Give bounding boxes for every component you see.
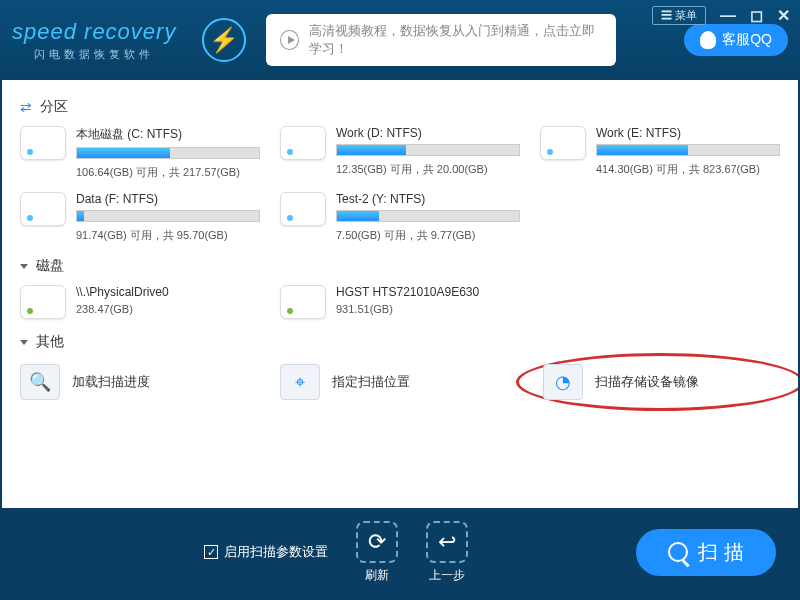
close-button[interactable]: ✕ [777,6,790,25]
drive-icon [280,126,326,160]
scan-button[interactable]: 扫 描 [636,529,776,576]
partition-item[interactable]: Test-2 (Y: NTFS) 7.50(GB) 可用，共 9.77(GB) [280,192,520,243]
disk-size: 931.51(GB) [336,303,520,315]
drive-name: Work (D: NTFS) [336,126,520,140]
drive-stats: 12.35(GB) 可用，共 20.00(GB) [336,162,520,177]
specify-scan-location[interactable]: ⌖ 指定扫描位置 [280,361,520,403]
drive-stats: 91.74(GB) 可用，共 95.70(GB) [76,228,260,243]
partition-item[interactable]: Work (D: NTFS) 12.35(GB) 可用，共 20.00(GB) [280,126,520,180]
section-label: 其他 [36,333,64,351]
partition-grid: 本地磁盘 (C: NTFS) 106.64(GB) 可用，共 217.57(GB… [20,126,780,243]
drive-name: Data (F: NTFS) [76,192,260,206]
partition-item[interactable]: Work (E: NTFS) 414.30(GB) 可用，共 823.67(GB… [540,126,780,180]
caret-icon [20,264,28,269]
usage-bar [76,210,260,222]
section-other: 其他 [20,333,780,351]
drive-icon [20,126,66,160]
checkbox-icon: ✓ [204,545,218,559]
disk-icon [20,285,66,319]
logo-subtitle: 闪电数据恢复软件 [12,47,176,62]
back-button[interactable]: ↩ 上一步 [426,521,468,584]
other-grid: 🔍 加载扫描进度 ⌖ 指定扫描位置 ◔ 扫描存储设备镜像 [20,361,780,403]
arrow-icon: ⇄ [20,99,32,115]
search-icon [668,542,688,562]
banner-text: 高清视频教程，数据恢复从入门到精通，点击立即学习！ [309,22,603,58]
usage-bar [76,147,260,159]
back-icon: ↩ [426,521,468,563]
drive-icon [20,192,66,226]
app-logo: speed recovery 闪电数据恢复软件 [12,19,176,62]
bolt-icon: ⚡ [202,18,246,62]
disk-grid: \\.\PhysicalDrive0 238.47(GB) HGST HTS72… [20,285,780,319]
section-label: 磁盘 [36,257,64,275]
partition-item[interactable]: 本地磁盘 (C: NTFS) 106.64(GB) 可用，共 217.57(GB… [20,126,260,180]
disk-item[interactable]: HGST HTS721010A9E630 931.51(GB) [280,285,520,319]
drive-icon [280,192,326,226]
customer-service-button[interactable]: 客服QQ [684,24,788,56]
drive-icon [540,126,586,160]
minimize-button[interactable]: — [720,7,736,25]
disk-item[interactable]: \\.\PhysicalDrive0 238.47(GB) [20,285,260,319]
tutorial-banner[interactable]: 高清视频教程，数据恢复从入门到精通，点击立即学习！ [266,14,616,66]
caret-icon [20,340,28,345]
partition-item[interactable]: Data (F: NTFS) 91.74(GB) 可用，共 95.70(GB) [20,192,260,243]
menu-button[interactable]: ☰ 菜单 [652,6,706,25]
drive-stats: 106.64(GB) 可用，共 217.57(GB) [76,165,260,180]
qq-icon [700,31,716,49]
drive-name: Test-2 (Y: NTFS) [336,192,520,206]
disk-icon [280,285,326,319]
usage-bar [336,144,520,156]
refresh-icon: ⟳ [356,521,398,563]
scan-device-image[interactable]: ◔ 扫描存储设备镜像 [516,353,798,411]
disk-name: HGST HTS721010A9E630 [336,285,520,299]
target-icon: ⌖ [280,364,320,400]
enable-scan-params[interactable]: ✓ 启用扫描参数设置 [204,543,328,561]
logo-text: speed recovery [12,19,176,45]
disk-size: 238.47(GB) [76,303,260,315]
main-panel: ⇄ 分区 本地磁盘 (C: NTFS) 106.64(GB) 可用，共 217.… [2,80,798,508]
drive-stats: 414.30(GB) 可用，共 823.67(GB) [596,162,780,177]
usage-bar [336,210,520,222]
window-controls: ☰ 菜单 — ◻ ✕ [652,6,790,25]
title-bar: ☰ 菜单 — ◻ ✕ speed recovery 闪电数据恢复软件 ⚡ 高清视… [0,0,800,80]
image-file-icon: ◔ [543,364,583,400]
magnifier-icon: 🔍 [20,364,60,400]
refresh-button[interactable]: ⟳ 刷新 [356,521,398,584]
footer-bar: ✓ 启用扫描参数设置 ⟳ 刷新 ↩ 上一步 扫 描 [0,508,800,596]
section-label: 分区 [40,98,68,116]
drive-name: 本地磁盘 (C: NTFS) [76,126,260,143]
section-partition: ⇄ 分区 [20,98,780,116]
load-scan-progress[interactable]: 🔍 加载扫描进度 [20,361,260,403]
section-disk: 磁盘 [20,257,780,275]
drive-name: Work (E: NTFS) [596,126,780,140]
drive-stats: 7.50(GB) 可用，共 9.77(GB) [336,228,520,243]
usage-bar [596,144,780,156]
speaker-icon [280,30,298,50]
maximize-button[interactable]: ◻ [750,6,763,25]
disk-name: \\.\PhysicalDrive0 [76,285,260,299]
